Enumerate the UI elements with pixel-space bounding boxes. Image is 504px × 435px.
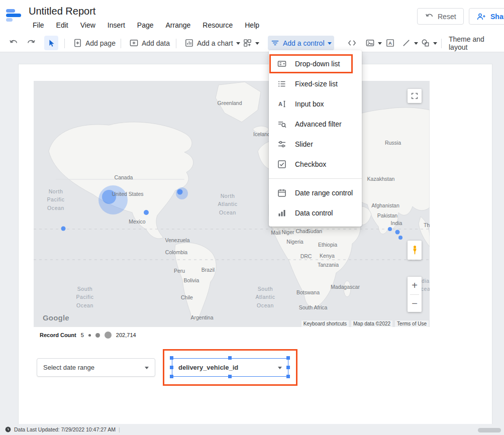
- line-icon: [401, 38, 411, 48]
- menu-item-label: Input box: [295, 100, 324, 108]
- status-bar: Data Last Updated: 7/29/2022 10:47:27 AM…: [0, 424, 504, 435]
- select-tool-button[interactable]: [44, 36, 58, 50]
- clock-icon: [5, 426, 11, 432]
- image-button[interactable]: [363, 36, 384, 50]
- zoom-out-button[interactable]: −: [408, 295, 422, 312]
- selection-handle[interactable]: [170, 356, 173, 360]
- redo-icon: [27, 38, 36, 48]
- chevron-down-icon: [278, 367, 282, 369]
- share-button[interactable]: Share: [469, 8, 504, 25]
- cursor-icon: [47, 39, 56, 48]
- svg-text:A: A: [388, 40, 392, 46]
- menu-item-slider[interactable]: Slider: [269, 134, 362, 154]
- add-control-button[interactable]: Add a control: [268, 36, 334, 50]
- map-attribution: Keyboard shortcuts Map data ©2022 Terms …: [301, 320, 429, 327]
- menu-item-file[interactable]: File: [27, 20, 50, 32]
- menu-item-label: Data control: [295, 209, 333, 217]
- menu-item-label: Date range control: [295, 189, 353, 197]
- menu-item-help[interactable]: Help: [239, 20, 265, 32]
- google-logo[interactable]: Google: [43, 313, 69, 322]
- menu-item-edit[interactable]: Edit: [50, 20, 74, 32]
- dropdown-field-control[interactable]: delivery_vehicle_id: [172, 358, 288, 377]
- legend-max-value: 202,714: [116, 332, 136, 338]
- menu-item-input-box[interactable]: A Input box: [269, 94, 362, 114]
- theme-layout-button[interactable]: Theme and layout: [446, 36, 504, 50]
- slider-icon: [277, 139, 287, 149]
- community-viz-icon: [243, 38, 252, 48]
- legend-min-value: 5: [81, 332, 84, 338]
- add-chart-label: Add a chart: [197, 39, 233, 47]
- looker-studio-logo[interactable]: [5, 7, 23, 24]
- fullscreen-icon: [411, 92, 419, 100]
- legend-dot-small: [88, 334, 91, 337]
- toolbar-separator: [441, 39, 442, 48]
- map-legend: Record Count 5 202,714: [40, 332, 136, 339]
- pegman-icon: [411, 244, 419, 257]
- horizontal-scrollbar-thumb[interactable]: [478, 428, 501, 432]
- line-button[interactable]: [399, 36, 421, 50]
- menu-item-drop-down-list[interactable]: Drop-down list: [269, 54, 362, 74]
- add-page-label: Add page: [85, 39, 116, 47]
- embed-button[interactable]: [345, 36, 359, 50]
- reset-button[interactable]: Reset: [417, 8, 464, 25]
- menu-item-data-control[interactable]: Data control: [269, 203, 362, 223]
- add-chart-button[interactable]: Add a chart: [182, 36, 243, 50]
- chevron-down-icon: [236, 42, 240, 45]
- menu-item-checkbox[interactable]: Checkbox: [269, 154, 362, 174]
- world-map: [34, 81, 430, 327]
- shape-button[interactable]: [418, 36, 440, 50]
- menu-item-view[interactable]: View: [74, 20, 102, 32]
- selection-handle[interactable]: [228, 356, 232, 360]
- menu-divider: [269, 178, 362, 179]
- add-control-menu: Drop-down list Fixed-size list A Input b…: [269, 50, 362, 227]
- selection-handle[interactable]: [286, 375, 290, 378]
- community-viz-button[interactable]: [240, 36, 262, 50]
- svg-text:A: A: [278, 101, 282, 107]
- add-data-label: Add data: [142, 39, 170, 47]
- undo-icon: [9, 38, 18, 48]
- date-range-label: Select date range: [43, 364, 94, 371]
- menu-item-fixed-size-list[interactable]: Fixed-size list: [269, 74, 362, 94]
- map-chart[interactable]: GreenlandIcelandCanadaUnited StatesMexic…: [34, 81, 430, 327]
- selection-handle[interactable]: [170, 366, 173, 369]
- selection-handle[interactable]: [286, 356, 290, 360]
- app-header: Untitled Report File Edit View Insert Pa…: [0, 0, 504, 34]
- fullscreen-button[interactable]: [408, 89, 422, 103]
- add-page-button[interactable]: Add page: [70, 36, 118, 50]
- menubar: File Edit View Insert Page Arrange Resou…: [27, 20, 265, 32]
- menu-item-date-range-control[interactable]: Date range control: [269, 183, 362, 203]
- menu-item-label: Checkbox: [295, 160, 326, 168]
- input-box-icon: A: [277, 99, 287, 109]
- zoom-control: + −: [408, 277, 422, 312]
- selection-handle[interactable]: [286, 366, 290, 369]
- chevron-down-icon: [255, 42, 259, 45]
- dropdown-field-label: delivery_vehicle_id: [178, 364, 238, 371]
- add-data-button[interactable]: Add data: [127, 36, 172, 50]
- menu-item-label: Drop-down list: [295, 60, 340, 68]
- status-divider: |: [119, 426, 120, 432]
- report-canvas[interactable]: GreenlandIcelandCanadaUnited StatesMexic…: [0, 52, 504, 435]
- menu-item-advanced-filter[interactable]: Advanced filter: [269, 114, 362, 134]
- chevron-down-icon: [414, 42, 418, 45]
- pegman-button[interactable]: [408, 241, 422, 260]
- menu-item-arrange[interactable]: Arrange: [160, 20, 197, 32]
- zoom-in-button[interactable]: +: [408, 277, 422, 294]
- menu-item-page[interactable]: Page: [131, 20, 160, 32]
- report-title[interactable]: Untitled Report: [29, 6, 95, 17]
- menu-item-resource[interactable]: Resource: [196, 20, 239, 32]
- date-range-control[interactable]: Select date range: [37, 358, 155, 377]
- selection-handle[interactable]: [228, 375, 232, 378]
- menu-item-insert[interactable]: Insert: [102, 20, 131, 32]
- embed-code-icon: [347, 38, 357, 48]
- menu-item-label: Slider: [295, 140, 313, 148]
- terms-of-use-link[interactable]: Terms of Use: [395, 320, 429, 327]
- filter-list-icon: [270, 38, 280, 48]
- text-button[interactable]: A: [383, 36, 397, 50]
- keyboard-shortcuts-link[interactable]: Keyboard shortcuts: [301, 320, 349, 327]
- undo-button[interactable]: [6, 36, 21, 50]
- selection-handle[interactable]: [170, 375, 173, 378]
- shape-icon: [421, 38, 430, 48]
- redo-button[interactable]: [24, 36, 39, 50]
- report-page[interactable]: GreenlandIcelandCanadaUnited StatesMexic…: [18, 64, 492, 424]
- dropdown-list-icon: [277, 59, 287, 69]
